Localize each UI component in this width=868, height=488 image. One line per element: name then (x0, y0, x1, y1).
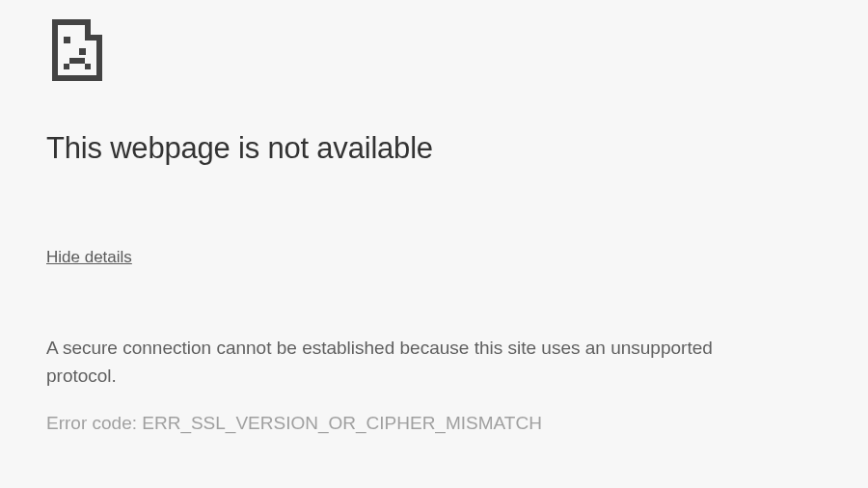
svg-rect-4 (85, 19, 91, 35)
error-description: A secure connection cannot be establishe… (46, 335, 779, 390)
toggle-details-link[interactable]: Hide details (46, 248, 132, 267)
svg-rect-1 (52, 19, 58, 81)
page-title: This webpage is not available (46, 131, 822, 166)
svg-rect-10 (85, 64, 91, 69)
svg-rect-7 (79, 48, 86, 55)
svg-rect-9 (69, 58, 85, 64)
svg-rect-2 (52, 75, 102, 81)
svg-rect-3 (96, 35, 102, 81)
svg-rect-5 (85, 35, 102, 41)
svg-rect-8 (64, 64, 69, 69)
error-code-label: Error code: (46, 413, 142, 433)
error-code-value: ERR_SSL_VERSION_OR_CIPHER_MISMATCH (142, 413, 542, 433)
sad-page-icon (46, 19, 822, 85)
error-code: Error code: ERR_SSL_VERSION_OR_CIPHER_MI… (46, 413, 822, 434)
svg-rect-6 (64, 37, 70, 43)
